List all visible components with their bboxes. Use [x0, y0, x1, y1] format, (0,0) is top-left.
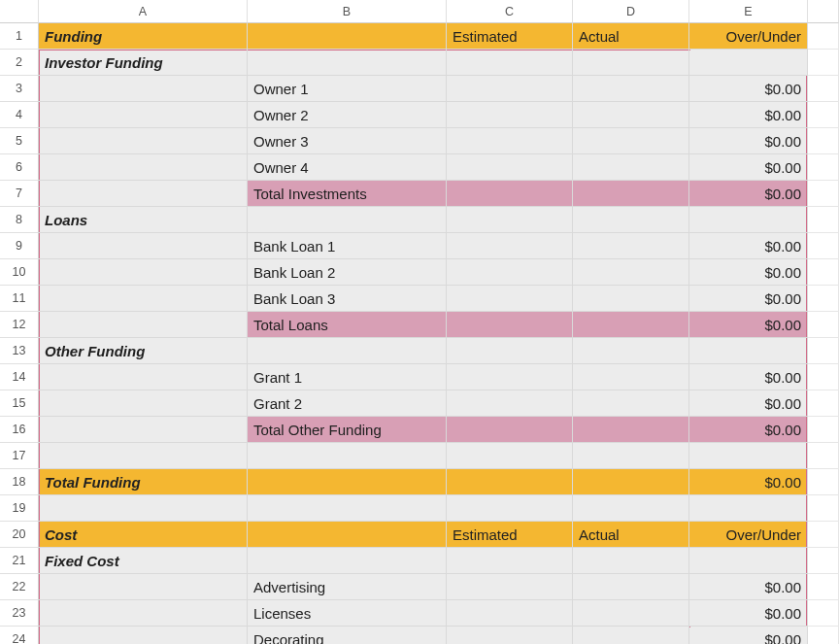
cell-B6[interactable]: Owner 4	[248, 154, 447, 181]
cell-E4[interactable]: $0.00	[689, 102, 808, 128]
cell-A23[interactable]	[39, 600, 248, 627]
cell-D20[interactable]: Actual	[573, 522, 689, 548]
cell-blank-10[interactable]	[808, 259, 839, 286]
cell-A3[interactable]	[39, 76, 248, 102]
cell-B20[interactable]	[248, 522, 447, 548]
cell-B23[interactable]: Licenses	[248, 600, 447, 627]
cell-B8[interactable]	[248, 207, 447, 233]
cell-E14[interactable]: $0.00	[689, 364, 808, 390]
col-header-A[interactable]: A	[39, 0, 248, 23]
cell-E8[interactable]	[689, 207, 808, 233]
cell-A8[interactable]: Loans	[39, 207, 248, 233]
cell-C16[interactable]	[447, 417, 573, 443]
cell-B16[interactable]: Total Other Funding	[248, 417, 447, 443]
col-header-E[interactable]: E	[689, 0, 808, 23]
cell-blank-24[interactable]	[808, 627, 839, 644]
cell-A18[interactable]: Total Funding	[39, 469, 248, 495]
cell-E17[interactable]	[689, 443, 808, 469]
cell-E5[interactable]: $0.00	[689, 128, 808, 154]
cell-C12[interactable]	[447, 312, 573, 338]
row-header[interactable]: 16	[0, 417, 39, 443]
col-header-C[interactable]: C	[447, 0, 573, 23]
cell-B14[interactable]: Grant 1	[248, 364, 447, 390]
cell-D5[interactable]	[573, 128, 689, 154]
cell-blank-15[interactable]	[808, 390, 839, 417]
cell-C22[interactable]	[447, 574, 573, 600]
cell-A21[interactable]: Fixed Cost	[39, 548, 248, 574]
cell-D15[interactable]	[573, 390, 689, 417]
cell-E21[interactable]	[689, 548, 808, 574]
cell-B11[interactable]: Bank Loan 3	[248, 286, 447, 312]
cell-D17[interactable]	[573, 443, 689, 469]
cell-A12[interactable]	[39, 312, 248, 338]
cell-C19[interactable]	[447, 495, 573, 522]
cell-A20[interactable]: Cost	[39, 522, 248, 548]
cell-A16[interactable]	[39, 417, 248, 443]
cell-C7[interactable]	[447, 181, 573, 207]
spreadsheet-grid[interactable]: ABCDE1FundingEstimatedActualOver/Under2I…	[0, 0, 839, 644]
row-header[interactable]: 11	[0, 286, 39, 312]
col-header-D[interactable]: D	[573, 0, 689, 23]
cell-E9[interactable]: $0.00	[689, 233, 808, 259]
cell-E23[interactable]: $0.00	[689, 600, 808, 627]
cell-E13[interactable]	[689, 338, 808, 364]
cell-blank-18[interactable]	[808, 469, 839, 495]
cell-A7[interactable]	[39, 181, 248, 207]
cell-blank-2[interactable]	[808, 50, 839, 76]
cell-A17[interactable]	[39, 443, 248, 469]
row-header[interactable]: 19	[0, 495, 39, 522]
cell-blank-4[interactable]	[808, 102, 839, 128]
cell-E20[interactable]: Over/Under	[689, 522, 808, 548]
cell-C15[interactable]	[447, 390, 573, 417]
cell-C10[interactable]	[447, 259, 573, 286]
cell-D3[interactable]	[573, 76, 689, 102]
row-header[interactable]: 7	[0, 181, 39, 207]
cell-E7[interactable]: $0.00	[689, 181, 808, 207]
row-header[interactable]: 21	[0, 548, 39, 574]
cell-blank-23[interactable]	[808, 600, 839, 627]
cell-D11[interactable]	[573, 286, 689, 312]
cell-E18[interactable]: $0.00	[689, 469, 808, 495]
cell-blank-7[interactable]	[808, 181, 839, 207]
cell-C14[interactable]	[447, 364, 573, 390]
row-header[interactable]: 20	[0, 522, 39, 548]
cell-A1[interactable]: Funding	[39, 23, 248, 50]
cell-blank-22[interactable]	[808, 574, 839, 600]
cell-A4[interactable]	[39, 102, 248, 128]
cell-D18[interactable]	[573, 469, 689, 495]
cell-B9[interactable]: Bank Loan 1	[248, 233, 447, 259]
cell-blank-9[interactable]	[808, 233, 839, 259]
row-header[interactable]: 8	[0, 207, 39, 233]
row-header[interactable]: 1	[0, 23, 39, 50]
cell-A10[interactable]	[39, 259, 248, 286]
cell-A11[interactable]	[39, 286, 248, 312]
cell-C13[interactable]	[447, 338, 573, 364]
cell-A5[interactable]	[39, 128, 248, 154]
cell-blank-13[interactable]	[808, 338, 839, 364]
cell-E1[interactable]: Over/Under	[689, 23, 808, 50]
row-header[interactable]: 15	[0, 390, 39, 417]
cell-A24[interactable]	[39, 627, 248, 644]
cell-E24[interactable]: $0.00	[689, 627, 808, 644]
row-header[interactable]: 22	[0, 574, 39, 600]
corner-cell[interactable]	[0, 0, 39, 23]
cell-D14[interactable]	[573, 364, 689, 390]
cell-blank-8[interactable]	[808, 207, 839, 233]
cell-C3[interactable]	[447, 76, 573, 102]
cell-D19[interactable]	[573, 495, 689, 522]
cell-A14[interactable]	[39, 364, 248, 390]
cell-blank-16[interactable]	[808, 417, 839, 443]
cell-D7[interactable]	[573, 181, 689, 207]
cell-B5[interactable]: Owner 3	[248, 128, 447, 154]
cell-A19[interactable]	[39, 495, 248, 522]
cell-E2[interactable]	[689, 50, 808, 76]
row-header[interactable]: 14	[0, 364, 39, 390]
cell-blank-12[interactable]	[808, 312, 839, 338]
cell-D13[interactable]	[573, 338, 689, 364]
cell-B24[interactable]: Decorating	[248, 627, 447, 644]
cell-B22[interactable]: Advertising	[248, 574, 447, 600]
cell-D16[interactable]	[573, 417, 689, 443]
cell-blank-20[interactable]	[808, 522, 839, 548]
cell-D12[interactable]	[573, 312, 689, 338]
cell-E11[interactable]: $0.00	[689, 286, 808, 312]
